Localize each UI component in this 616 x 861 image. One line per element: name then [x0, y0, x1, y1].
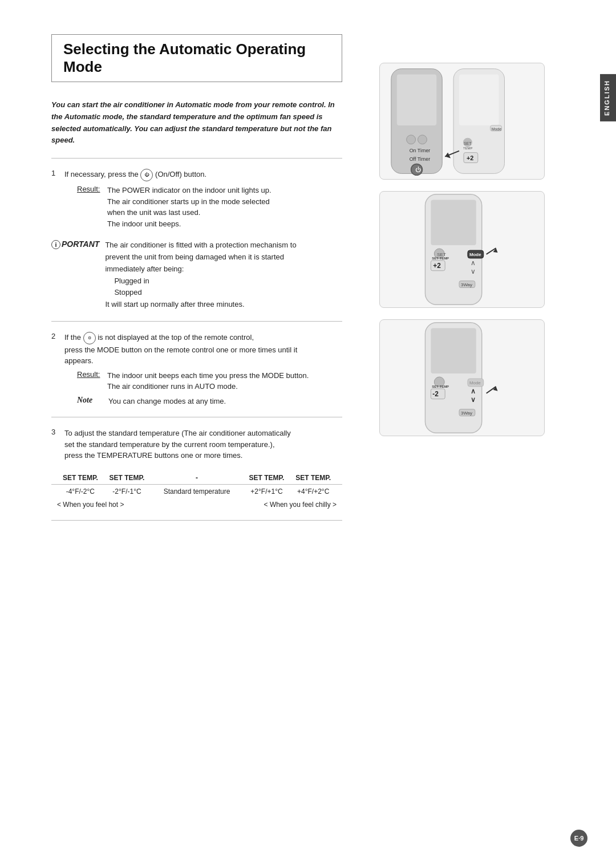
temp-val-3: Standard temperature — [150, 488, 243, 496]
temp-values-row: -4°F/-2°C -2°F/-1°C Standard temperature… — [51, 484, 342, 498]
temp-header-5: SET TEMP. — [290, 474, 337, 482]
svg-text:3Way: 3Way — [461, 282, 472, 287]
step-2-number: 2 — [51, 332, 60, 407]
indent-stopped: Stopped — [114, 288, 141, 297]
step-2-row: 2 If the ⚙ is not displayed at the top o… — [51, 332, 342, 407]
step-3-main: To adjust the standard temperature (The … — [64, 428, 342, 461]
svg-text:SET TEMP: SET TEMP — [432, 385, 449, 388]
page-number: E·9 — [570, 830, 587, 847]
divider-3 — [51, 417, 342, 417]
page-title: Selecting the Automatic Operating Mode — [63, 40, 330, 76]
svg-text:+2: +2 — [467, 155, 473, 161]
remote-2-svg: SET Mode ∧ ∨ SET TEMP +2 — [380, 191, 544, 308]
temp-header-2: SET TEMP. — [104, 474, 151, 482]
svg-rect-2 — [397, 75, 437, 125]
step-3-content: To adjust the standard temperature (The … — [64, 428, 342, 465]
step-2-content: If the ⚙ is not displayed at the top of … — [64, 332, 342, 407]
content-area: Selecting the Automatic Operating Mode Y… — [0, 0, 599, 861]
svg-text:On Timer: On Timer — [410, 148, 431, 153]
important-box: iPORTANT The air conditioner is fitted w… — [51, 239, 342, 311]
important-text: The air conditioner is fitted with a pro… — [105, 239, 296, 311]
svg-text:∧: ∧ — [471, 259, 476, 267]
svg-text:Mode: Mode — [469, 252, 481, 257]
step-1-number: 1 — [51, 169, 60, 232]
remote-3: Mode ∧ ∨ SET TEMP -2 3Way — [379, 319, 545, 436]
divider-1 — [51, 158, 342, 159]
svg-text:∧: ∧ — [471, 387, 476, 395]
main-content: Selecting the Automatic Operating Mode Y… — [23, 17, 365, 838]
temp-hot-cold: < When you feel hot > < When you feel ch… — [51, 498, 342, 509]
remote-3-svg: Mode ∧ ∨ SET TEMP -2 3Way — [380, 319, 544, 436]
svg-text:Mode: Mode — [492, 127, 501, 131]
temp-val-2: -2°F/-1°C — [104, 488, 151, 496]
result-text-1: The POWER indicator on the indoor unit l… — [107, 185, 271, 229]
svg-text:Mode: Mode — [469, 380, 481, 385]
onoff-icon: ⏻ — [140, 169, 153, 181]
temp-table: SET TEMP. SET TEMP. - SET TEMP. SET TEMP… — [51, 474, 342, 509]
step-1-main: If necessary, press the ⏻ (On/Off) butto… — [64, 169, 342, 181]
result-text-2: The indoor unit beeps each time you pres… — [107, 370, 309, 392]
step-2: 2 If the ⚙ is not displayed at the top o… — [51, 332, 342, 407]
svg-text:-2: -2 — [432, 390, 439, 398]
step-3: 3 To adjust the standard temperature (Th… — [51, 428, 342, 509]
mode-icon: ⚙ — [83, 332, 96, 344]
svg-rect-20 — [431, 200, 476, 245]
result-label-2: Result: — [77, 370, 103, 392]
step-3-number: 3 — [51, 428, 60, 465]
temp-hot-label: < When you feel hot > — [57, 501, 124, 509]
temp-headers: SET TEMP. SET TEMP. - SET TEMP. SET TEMP… — [51, 474, 342, 482]
remote-2: SET Mode ∧ ∨ SET TEMP +2 — [379, 191, 545, 308]
temp-val-1: -4°F/-2°C — [57, 488, 104, 496]
divider-4 — [51, 520, 342, 521]
indent-plugged: Plugged in — [114, 277, 149, 285]
svg-point-4 — [418, 135, 427, 144]
step-1-row: 1 If necessary, press the ⏻ (On/Off) but… — [51, 169, 342, 232]
temp-header-4: SET TEMP. — [244, 474, 290, 482]
temp-cold-label: < When you feel chilly > — [264, 501, 337, 509]
svg-rect-11 — [459, 75, 499, 125]
right-panel: On Timer Off Timer ⏻ Mode S — [365, 17, 576, 838]
page-wrapper: ENGLISH Selecting the Automatic Operatin… — [0, 0, 616, 861]
svg-text:TEMP: TEMP — [463, 147, 473, 150]
step-2-main: If the ⚙ is not displayed at the top of … — [64, 332, 342, 367]
intro-text: You can start the air conditioner in Aut… — [51, 99, 342, 147]
temp-header-3: - — [150, 474, 243, 482]
temp-val-5: +4°F/+2°C — [290, 488, 337, 496]
svg-text:SET: SET — [464, 141, 472, 145]
svg-text:∨: ∨ — [471, 396, 476, 404]
result-label-1: Result: — [77, 185, 103, 229]
remote-1: On Timer Off Timer ⏻ Mode S — [379, 63, 545, 180]
step-2-result: Result: The indoor unit beeps each time … — [77, 370, 342, 392]
note-row: Note You can change modes at any time. — [77, 396, 342, 407]
step-1-content: If necessary, press the ⏻ (On/Off) butto… — [64, 169, 342, 232]
page-title-box: Selecting the Automatic Operating Mode — [51, 34, 342, 82]
remote-1-svg: On Timer Off Timer ⏻ Mode S — [380, 63, 544, 180]
temp-val-4: +2°F/+1°C — [244, 488, 290, 496]
step-1-result: Result: The POWER indicator on the indoo… — [77, 185, 342, 229]
important-label: iPORTANT — [51, 239, 99, 311]
svg-marker-10 — [445, 153, 451, 159]
note-text: You can change modes at any time. — [108, 396, 226, 407]
svg-text:∨: ∨ — [471, 267, 476, 275]
side-tab: ENGLISH — [600, 74, 616, 121]
svg-marker-45 — [493, 387, 498, 391]
temp-header-1: SET TEMP. — [57, 474, 104, 482]
svg-rect-35 — [431, 328, 476, 373]
svg-point-3 — [407, 135, 416, 144]
svg-text:⏻: ⏻ — [415, 166, 421, 173]
step-3-row: 3 To adjust the standard temperature (Th… — [51, 428, 342, 465]
divider-2 — [51, 321, 342, 322]
svg-text:+2: +2 — [433, 262, 441, 270]
svg-text:Off Timer: Off Timer — [410, 156, 431, 162]
svg-text:SET TEMP: SET TEMP — [432, 257, 449, 260]
note-label: Note — [77, 396, 103, 407]
svg-text:3Way: 3Way — [461, 411, 472, 416]
step-1: 1 If necessary, press the ⏻ (On/Off) but… — [51, 169, 342, 232]
im-circle: i — [51, 240, 60, 249]
